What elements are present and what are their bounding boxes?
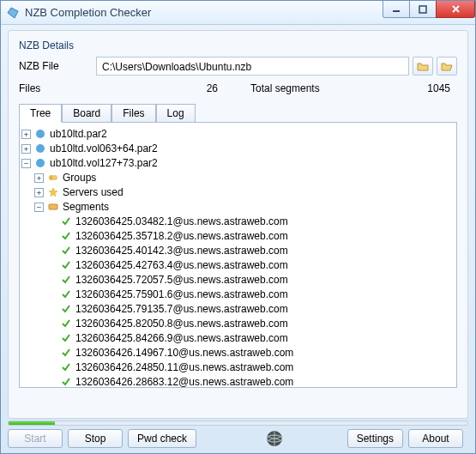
- segments-label: Total segments: [250, 82, 320, 94]
- settings-button[interactable]: Settings: [347, 429, 403, 448]
- check-icon: [60, 303, 72, 315]
- collapse-toggle[interactable]: −: [21, 159, 31, 168]
- node-label: Servers used: [63, 186, 124, 198]
- tree-node-segment[interactable]: 1326036425.40142.3@us.news.astraweb.com: [21, 244, 455, 257]
- expand-toggle[interactable]: +: [21, 144, 31, 154]
- browse-button[interactable]: [413, 57, 433, 76]
- check-icon: [60, 274, 72, 286]
- content-area: NZB Details NZB File C:\Users\Downloads\…: [8, 30, 468, 419]
- tree-node-segment[interactable]: 1326036425.84266.9@us.news.astraweb.com: [21, 331, 455, 345]
- tree-node-file[interactable]: + ub10ltd.par2: [21, 127, 455, 141]
- node-label: ub10ltd.vol127+73.par2: [50, 157, 158, 169]
- bottom-toolbar: Start Stop Pwd check Settings About: [8, 429, 468, 448]
- check-icon: [60, 318, 72, 330]
- close-button[interactable]: [436, 1, 475, 18]
- tree-node-segment[interactable]: 1326036426.28683.12@us.news.astraweb.com: [21, 375, 455, 388]
- tree-node-segment[interactable]: 1326036426.14967.10@us.news.astraweb.com: [21, 346, 455, 360]
- tree-node-segment[interactable]: 1326036425.03482.1@us.news.astraweb.com: [21, 215, 455, 228]
- check-icon: [60, 347, 72, 359]
- tree-node-segment[interactable]: 1326036425.79135.7@us.news.astraweb.com: [21, 302, 455, 316]
- segment-label: 1326036426.28683.12@us.news.astraweb.com: [75, 376, 293, 388]
- window-controls: [383, 1, 475, 18]
- node-label: ub10ltd.par2: [50, 128, 107, 140]
- segment-label: 1326036425.42763.4@us.news.astraweb.com: [75, 259, 288, 271]
- nzb-file-label: NZB File: [19, 60, 96, 72]
- check-icon: [60, 332, 72, 344]
- svg-rect-1: [419, 6, 426, 13]
- segment-label: 1326036425.79135.7@us.news.astraweb.com: [75, 303, 288, 315]
- tab-files[interactable]: Files: [111, 104, 155, 123]
- tab-tree[interactable]: Tree: [19, 104, 62, 123]
- files-count: 26: [207, 82, 218, 94]
- segment-label: 1326036425.35718.2@us.news.astraweb.com: [75, 230, 288, 242]
- files-label: Files: [19, 82, 40, 94]
- svg-point-5: [36, 144, 45, 153]
- progress-fill: [9, 421, 55, 425]
- tree-node-segment[interactable]: 1326036426.24850.11@us.news.astraweb.com: [21, 360, 455, 374]
- expand-toggle[interactable]: +: [34, 188, 44, 197]
- segment-label: 1326036425.40142.3@us.news.astraweb.com: [75, 245, 288, 257]
- tree-node-file[interactable]: + ub10ltd.vol063+64.par2: [21, 142, 455, 155]
- segment-label: 1326036426.24850.11@us.news.astraweb.com: [75, 361, 293, 373]
- details-group-label: NZB Details: [19, 39, 457, 51]
- check-icon: [60, 288, 72, 300]
- tree-node-segment[interactable]: 1326036425.75901.6@us.news.astraweb.com: [21, 288, 455, 301]
- check-icon: [60, 361, 72, 373]
- svg-marker-9: [49, 188, 57, 197]
- segments-count: 1045: [427, 82, 450, 94]
- check-icon: [60, 230, 72, 242]
- folder-open-icon: [441, 61, 453, 71]
- node-label: Groups: [63, 172, 96, 184]
- check-icon: [60, 215, 72, 227]
- nzb-file-input[interactable]: C:\Users\Downloads\Ubuntu.nzb: [96, 57, 409, 76]
- tree-node-file[interactable]: − ub10ltd.vol127+73.par2: [21, 156, 455, 170]
- folder-icon: [417, 61, 429, 71]
- segment-label: 1326036425.82050.8@us.news.astraweb.com: [75, 318, 288, 330]
- segment-label: 1326036425.72057.5@us.news.astraweb.com: [75, 274, 288, 286]
- maximize-button[interactable]: [409, 1, 437, 18]
- titlebar: NZB Completion Checker: [1, 1, 475, 25]
- svg-point-4: [36, 130, 45, 138]
- collapse-toggle[interactable]: −: [34, 203, 44, 212]
- tree-node-servers[interactable]: + Servers used: [21, 185, 455, 199]
- pwd-check-button[interactable]: Pwd check: [128, 429, 196, 448]
- check-icon: [60, 376, 72, 388]
- file-status-icon: [34, 142, 46, 154]
- stop-button[interactable]: Stop: [68, 429, 123, 448]
- check-icon: [60, 245, 72, 257]
- check-icon: [60, 259, 72, 271]
- file-status-icon: [34, 157, 46, 169]
- tree-node-segment[interactable]: 1326036425.42763.4@us.news.astraweb.com: [21, 258, 455, 272]
- minimize-button[interactable]: [383, 1, 410, 18]
- tab-board[interactable]: Board: [62, 104, 111, 123]
- tree-node-segment[interactable]: 1326036425.82050.8@us.news.astraweb.com: [21, 317, 455, 330]
- progress-bar: [8, 421, 468, 426]
- tree-node-groups[interactable]: + Groups: [21, 171, 455, 185]
- app-icon: [6, 6, 20, 20]
- tree-node-segments[interactable]: − Segments: [21, 200, 455, 214]
- group-icon: [47, 172, 59, 184]
- start-button[interactable]: Start: [8, 429, 63, 448]
- tree-node-segment[interactable]: 1326036425.35718.2@us.news.astraweb.com: [21, 229, 455, 243]
- tree-view[interactable]: + ub10ltd.par2 + ub10ltd.vol063+64.par2 …: [19, 122, 457, 388]
- expand-toggle[interactable]: +: [34, 173, 44, 183]
- segment-label: 1326036425.03482.1@us.news.astraweb.com: [75, 215, 288, 227]
- segment-label: 1326036426.14967.10@us.news.astraweb.com: [75, 347, 293, 359]
- svg-point-8: [52, 175, 57, 180]
- segment-label: 1326036425.75901.6@us.news.astraweb.com: [75, 288, 288, 300]
- tree-node-segment[interactable]: 1326036425.72057.5@us.news.astraweb.com: [21, 273, 455, 287]
- expand-toggle[interactable]: +: [21, 130, 31, 139]
- segment-label: 1326036425.84266.9@us.news.astraweb.com: [75, 332, 288, 344]
- segments-icon: [47, 201, 59, 213]
- open-button[interactable]: [437, 57, 457, 76]
- globe-icon: [265, 429, 284, 448]
- tabstrip: Tree Board Files Log: [19, 103, 457, 122]
- svg-rect-10: [49, 204, 57, 209]
- app-window: NZB Completion Checker NZB Details NZB F…: [0, 0, 476, 454]
- star-icon: [47, 186, 59, 198]
- node-label: Segments: [63, 201, 109, 213]
- file-status-icon: [34, 128, 46, 140]
- tab-log[interactable]: Log: [156, 104, 196, 123]
- about-button[interactable]: About: [408, 429, 463, 448]
- svg-point-6: [36, 159, 45, 167]
